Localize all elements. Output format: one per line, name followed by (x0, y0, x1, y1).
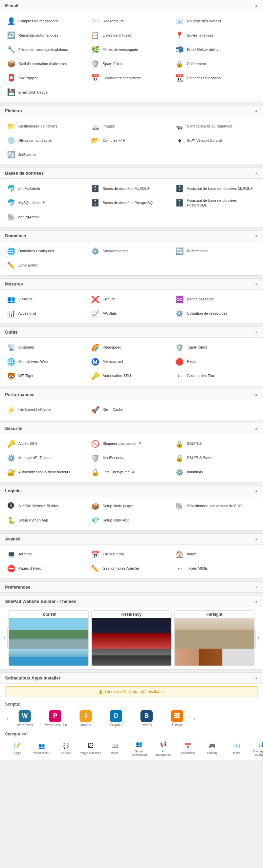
section-header-domaines[interactable]: Domaines▲ (0, 231, 263, 241)
item-lets-encrypt-ssl[interactable]: 🔒 Lets Encrypt™ SSL (89, 466, 174, 479)
item-assistant-de-base-de-donnes-mysql[interactable]: 🗄️ Assistant de base de données MySQL® (174, 182, 258, 195)
script-phpbb[interactable]: B phpBB (131, 709, 162, 728)
item-authentification--deux-facteurs[interactable]: 🔐 Authentification à deux facteurs (5, 466, 89, 479)
item-bloqueur-dadresses-ip[interactable]: 🚫 Bloqueur d'adresses IP (89, 437, 174, 450)
item-filtres-de-messagerie[interactable]: 🌿 Filtres de messagerie (89, 43, 174, 56)
item-accs-brut[interactable]: 📊 Accès brut (5, 307, 89, 320)
item-accs-ssh[interactable]: 🔑 Accès SSH (5, 437, 89, 450)
section-header-themes[interactable]: SitePad Website Builder - Themes ▲ (0, 596, 263, 607)
item-zone-editor[interactable]: ✏️ Zone Editor (5, 259, 89, 272)
item-git-version-control[interactable]: ♦️ Git™ Version Control (174, 134, 258, 147)
item-calendriers-et-contacts[interactable]: 📅 Calendriers et contacts (89, 72, 174, 84)
item-manage-api-tokens[interactable]: ⚙️ Manage API Tokens (5, 452, 89, 465)
item-gestionnaire-de-fichiers[interactable]: 📁 Gestionnaire de fichiers (5, 120, 89, 133)
item-chiffrement[interactable]: 🔒 Chiffrement (174, 57, 258, 70)
item-listes-de-diffusion[interactable]: 📋 Listes de diffusion (89, 29, 174, 42)
theme-tourism[interactable]: Tourism (8, 610, 89, 666)
item-phpmyadmin[interactable]: 🐬 phpMyAdmin (5, 182, 89, 195)
item-tigerprotect[interactable]: 🛡️ TigerProtect (174, 341, 258, 354)
scripts-nav-right[interactable]: › (192, 715, 197, 722)
item-comptes-ftp[interactable]: 📂 Comptes FTP (89, 134, 174, 147)
category-blogs[interactable]: 📝 Blogs (5, 740, 29, 756)
item-spam-filters[interactable]: 🛡️ Spam Filters (89, 57, 174, 70)
section-header-outils[interactable]: Outils▲ (0, 327, 263, 338)
item-utilisation-du-disque[interactable]: 💿 Utilisation du disque (5, 134, 89, 147)
item-comptes-de-messagerie[interactable]: 👤 Comptes de messagerie (5, 15, 89, 27)
item-redirections[interactable]: 🔄 Redirections (174, 245, 258, 258)
item-redis[interactable]: 🔴 Redis (174, 355, 258, 368)
item-mon-univers-web[interactable]: 🌐 Mon Univers Web (5, 355, 89, 368)
category-mails[interactable]: 📧 Mails (224, 740, 249, 756)
script-joomla[interactable]: J Joomla (70, 709, 101, 728)
item-outil-dimportation-dadresses[interactable]: 📦 Outil d'importation d'adresses (5, 57, 89, 70)
item-sous-domaines[interactable]: ⚙️ Sous-domaines (89, 245, 174, 258)
item-tches-cron[interactable]: 📅 Tâches Cron (89, 548, 174, 561)
item-pagespeed[interactable]: 🌈 Pagespeed (89, 341, 174, 354)
scripts-nav-left[interactable]: ‹ (5, 715, 9, 722)
item-gestion-des-flux[interactable]: ↔️ Gestion des Flux (174, 370, 258, 382)
category-sondages-et-analyses[interactable]: 📊 Sondages et analyses (249, 738, 263, 758)
item-visiteurs[interactable]: 👥 Visiteurs (5, 293, 89, 306)
script-drupal-7[interactable]: D Drupal 7 (101, 709, 131, 728)
item-phppgadmin[interactable]: 🐘 phpPgAdmin (5, 211, 89, 224)
category-forums[interactable]: 💬 Forums (54, 740, 78, 756)
item-gestionnaires-apache[interactable]: ✏️ Gestionnaires Apache (89, 562, 174, 575)
item-ssltls[interactable]: 🔒 SSL/TLS (174, 437, 258, 450)
item-modsecurity[interactable]: 🛡️ ModSecurity (89, 452, 174, 465)
item-types-mime[interactable]: ↔️ Types MIME (174, 562, 258, 575)
item-xtremcache[interactable]: 🚀 XtremCache (89, 403, 174, 416)
item-litespeed-lscache[interactable]: ⚡ LiteSpeed LsCache (5, 403, 89, 416)
item-bande-passante[interactable]: ♾️ Bande passante (174, 293, 258, 306)
category-portails/cms[interactable]: 👥 Portails/CMS (29, 740, 54, 756)
softaculous-header[interactable]: Softaculous Apps Installer ▲ (0, 673, 263, 684)
item-routage-des-e-mails[interactable]: 📧 Routage des e-mails (174, 15, 258, 27)
item-ssltls-status[interactable]: 🔒 SSL/TLS Status (174, 452, 258, 465)
item-redirecteurs[interactable]: 📨 Redirecteurs (89, 15, 174, 27)
item-assistant-de-base-de-donnes-postgresql[interactable]: 🗄️ Assistant de base de données PostgreS… (174, 196, 258, 210)
section-header-securite[interactable]: Sécurité▲ (0, 423, 263, 434)
item-suivre-la-remise[interactable]: 📍 Suivre la remise (174, 29, 258, 42)
category-ad-management[interactable]: 📢 Ad Management (151, 738, 176, 758)
section-header-mesures[interactable]: Mesures▲ (0, 279, 263, 290)
item-terminal[interactable]: 💻 Terminal (5, 548, 89, 561)
section-header-avance[interactable]: Avancé▲ (0, 534, 263, 545)
item-setup-nodejs-app[interactable]: 📦 Setup Node.js App (89, 500, 174, 513)
item-calendar-delegation[interactable]: 📆 Calendar Delegation (174, 72, 258, 84)
item-imunifyav[interactable]: ⚙️ ImunifyAV (174, 466, 258, 479)
section-header-preferences[interactable]: Préférences ▲ (0, 582, 263, 593)
item-bases-de-donnes-postgresql[interactable]: 🗄️ Bases de données PostgreSQL (89, 196, 174, 210)
item-email-deliverability[interactable]: 📬 Email Deliverability (174, 43, 258, 56)
item-mysql-distant[interactable]: 🐬 MySQL distant® (5, 196, 89, 210)
section-header-email[interactable]: E-mail▲ (0, 0, 263, 11)
section-header-performances[interactable]: Performances▲ (0, 389, 263, 400)
script-piwigo[interactable]: 🖼 Piwigo (162, 709, 192, 728)
script-wordpress[interactable]: W WordPress (9, 709, 40, 728)
item-awstats[interactable]: 📈 AWStats (89, 307, 174, 320)
category-gaming[interactable]: 🎮 Gaming (200, 740, 224, 756)
section-header-fichiers[interactable]: Fichiers▲ (0, 105, 263, 116)
item-images[interactable]: 🏔️ Images (89, 120, 174, 133)
section-header-logiciel[interactable]: Logiciel▲ (0, 486, 263, 496)
section-header-bases-donnees[interactable]: Bases de données▲ (0, 168, 263, 179)
item-bases-de-donnes-mysql[interactable]: 🗄️ Bases de données MySQL® (89, 182, 174, 195)
item-autorisation-ssh[interactable]: 🔑 Autorisation SSH (89, 370, 174, 382)
item-setup-ruby-app[interactable]: 💎 Setup Ruby App (89, 514, 174, 527)
theme-farsight[interactable]: Farsight (174, 610, 255, 666)
item-erreurs[interactable]: ❌ Erreurs (89, 293, 174, 306)
item-sitepad-website-builder[interactable]: 🅢 SitePad Website Builder (5, 500, 89, 513)
script-prestashop-1.6[interactable]: P PrestaShop 1.6 (40, 709, 70, 728)
theme-residency[interactable]: Residency (91, 610, 172, 666)
item-email-disk-usage[interactable]: 💾 Email Disk Usage (5, 86, 89, 99)
item-jetbackup[interactable]: 🔄 JetBackup (5, 148, 89, 161)
category-social-networking[interactable]: 👥 Social Networking (127, 738, 151, 758)
themes-nav-left[interactable]: ‹ (1, 628, 8, 648)
item-slectionner-une-version-de-php[interactable]: 🐘 Sélectionner une version de PHP (174, 500, 258, 513)
category-calendars[interactable]: 📅 Calendars (176, 740, 200, 756)
item-setup-python-app[interactable]: 🐍 Setup Python App (5, 514, 89, 527)
item-pages-derreur[interactable]: ⛔ Pages d'erreur (5, 562, 89, 575)
themes-nav-right[interactable]: › (255, 628, 262, 648)
category-wikis[interactable]: 📖 Wikis (103, 740, 127, 756)
item-wp-tiger[interactable]: 🐯 WP Tiger (5, 370, 89, 382)
item-filtres-de-messagerie-globaux[interactable]: 🔧 Filtres de messagerie globaux (5, 43, 89, 56)
item-boxtrapper[interactable]: 📮 BoxTrapper (5, 72, 89, 84)
